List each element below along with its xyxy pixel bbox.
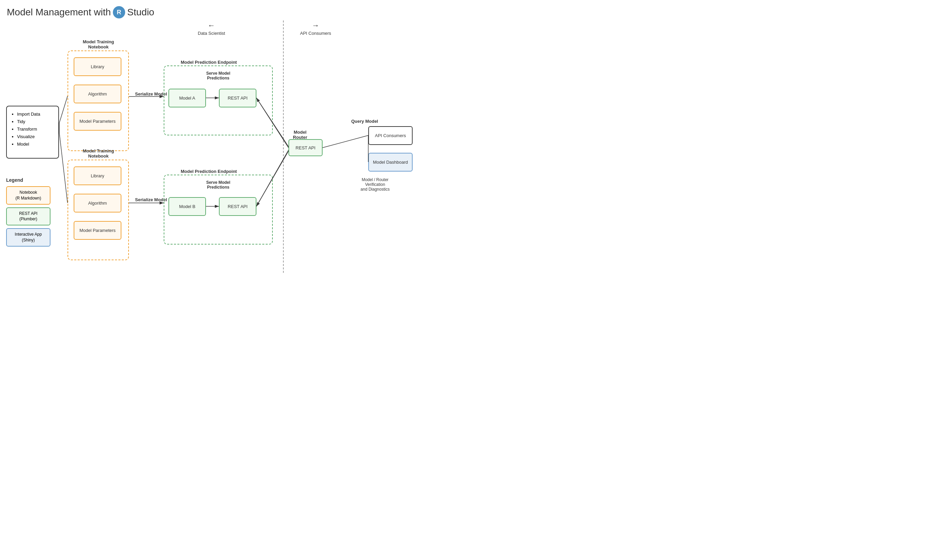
- header-title-suffix: Studio: [127, 7, 154, 18]
- verification-label: Model / RouterVerificationand Diagnostic…: [341, 177, 409, 192]
- r-logo: R: [113, 6, 125, 18]
- notebook-top-library: Library: [74, 57, 121, 76]
- api-consumers-box: API Consumers: [368, 126, 413, 145]
- rest-api-bottom-box: REST API: [219, 197, 257, 216]
- vertical-divider: [283, 20, 284, 273]
- model-b-box: Model B: [168, 197, 206, 216]
- input-steps-list: Import Data Tidy Transform Visualize Mod…: [12, 111, 54, 148]
- api-consumers-section: → API Consumers: [300, 21, 331, 36]
- step-tidy: Tidy: [17, 118, 54, 126]
- legend-notebook: Notebook(R Markdown): [6, 186, 51, 205]
- serialize-top-label: Serialize Model: [135, 91, 167, 97]
- notebook-bottom-model-params: Model Parameters: [74, 221, 121, 240]
- step-import: Import Data: [17, 111, 54, 118]
- model-dashboard-box: Model Dashboard: [368, 153, 413, 172]
- header: Model Management with R Studio: [7, 6, 154, 18]
- step-visualize: Visualize: [17, 133, 54, 140]
- notebook-bottom-label: Model Training Notebook: [70, 148, 126, 158]
- svg-line-9: [323, 135, 368, 148]
- input-steps-box: Import Data Tidy Transform Visualize Mod…: [6, 106, 59, 158]
- data-scientist-section: ← Data Scientist: [198, 21, 225, 36]
- svg-line-1: [59, 133, 68, 203]
- router-rest-api-box: REST API: [289, 139, 323, 156]
- step-model: Model: [17, 140, 54, 148]
- serialize-bottom-label: Serialize Model: [135, 197, 167, 202]
- step-transform: Transform: [17, 126, 54, 133]
- query-model-label: Query Model: [351, 119, 378, 124]
- rest-api-top-box: REST API: [219, 89, 257, 108]
- endpoint-top-label: Model Prediction Endpoint: [181, 60, 237, 65]
- notebook-top-algorithm: Algorithm: [74, 85, 121, 103]
- header-title-prefix: Model Management with: [7, 7, 111, 18]
- legend: Legend Notebook(R Markdown) REST API(Plu…: [6, 177, 59, 249]
- notebook-bottom-library: Library: [74, 166, 121, 185]
- notebook-top-model-params: Model Parameters: [74, 112, 121, 131]
- page-container: Model Management with R Studio ← Data Sc…: [0, 0, 468, 280]
- legend-interactive-app: Interactive App(Shiny): [6, 228, 51, 246]
- model-router-label: Model Router: [286, 129, 314, 140]
- notebook-bottom-algorithm: Algorithm: [74, 194, 121, 212]
- legend-rest-api: REST API(Plumber): [6, 207, 51, 226]
- serve-model-top-label: Serve ModelPredictions: [201, 71, 235, 80]
- svg-line-0: [59, 96, 68, 123]
- serve-model-bottom-label: Serve ModelPredictions: [201, 180, 235, 189]
- api-consumers-top-label: API Consumers: [300, 31, 331, 36]
- legend-title: Legend: [6, 177, 59, 183]
- notebook-top-label: Model Training Notebook: [70, 39, 126, 49]
- data-scientist-label: Data Scientist: [198, 31, 225, 36]
- model-a-box: Model A: [168, 89, 206, 108]
- endpoint-bottom-label: Model Prediction Endpoint: [181, 169, 237, 174]
